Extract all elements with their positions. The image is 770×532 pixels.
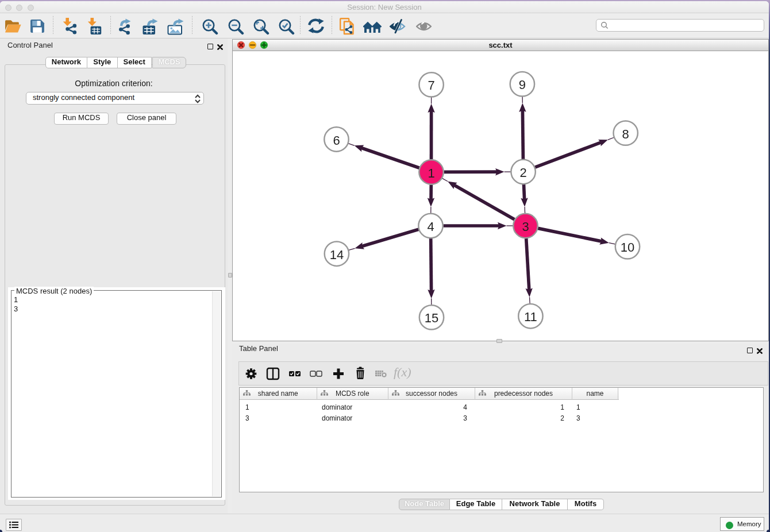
svg-text:4: 4 <box>427 219 434 234</box>
svg-text:15: 15 <box>425 311 438 325</box>
svg-text:1: 1 <box>428 166 434 180</box>
svg-text:7: 7 <box>428 78 434 92</box>
svg-text:10: 10 <box>621 240 634 255</box>
svg-text:2: 2 <box>519 165 526 180</box>
svg-text:8: 8 <box>622 127 629 141</box>
svg-text:11: 11 <box>524 310 537 324</box>
svg-text:14: 14 <box>330 248 344 262</box>
svg-text:3: 3 <box>522 219 529 234</box>
svg-text:9: 9 <box>519 78 526 92</box>
svg-text:6: 6 <box>333 133 340 148</box>
